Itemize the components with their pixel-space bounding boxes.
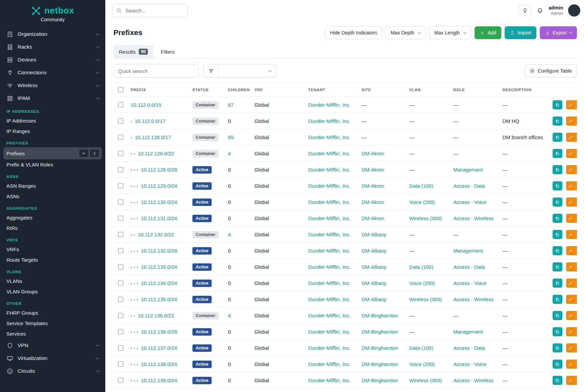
edit-dropdown-button[interactable] bbox=[576, 100, 577, 109]
edit-button[interactable] bbox=[566, 295, 576, 304]
edit-button[interactable] bbox=[566, 311, 576, 320]
edit-button[interactable] bbox=[566, 100, 576, 109]
edit-button[interactable] bbox=[566, 116, 576, 126]
sidebar-item-vlan-groups[interactable]: VLAN Groups bbox=[3, 286, 102, 297]
edit-dropdown-button[interactable] bbox=[576, 343, 577, 352]
row-checkbox[interactable] bbox=[118, 329, 123, 334]
row-checkbox[interactable] bbox=[118, 345, 123, 350]
prefix-link[interactable]: 10.112.139.0/24 bbox=[141, 377, 177, 383]
edit-button[interactable] bbox=[566, 343, 576, 352]
sidebar-item-prefix-vlan-roles[interactable]: Prefix & VLAN Roles bbox=[3, 159, 102, 170]
edit-button[interactable] bbox=[566, 360, 576, 369]
copy-button[interactable] bbox=[553, 100, 562, 109]
quick-search-input[interactable] bbox=[113, 64, 198, 78]
prefix-link[interactable]: 10.112.130.0/24 bbox=[141, 199, 177, 205]
prefix-link[interactable]: 10.112.136.0/28 bbox=[141, 329, 177, 335]
sidebar-item-vrfs[interactable]: VRFs bbox=[3, 244, 102, 255]
edit-dropdown-button[interactable] bbox=[576, 230, 577, 239]
edit-button[interactable] bbox=[566, 214, 576, 223]
row-checkbox[interactable] bbox=[118, 216, 123, 221]
row-checkbox[interactable] bbox=[118, 167, 123, 172]
prefix-link[interactable]: 10.112.0.0/17 bbox=[135, 118, 165, 124]
row-checkbox[interactable] bbox=[118, 200, 123, 205]
notifications-button[interactable] bbox=[536, 7, 543, 14]
copy-button[interactable] bbox=[553, 327, 562, 336]
sidebar-item-racks[interactable]: Racks bbox=[3, 41, 102, 53]
edit-button[interactable] bbox=[566, 133, 576, 142]
column-header-tenant[interactable]: TENANT bbox=[305, 83, 358, 97]
sidebar-item-virtualization[interactable]: Virtualization bbox=[3, 352, 102, 365]
sidebar-item-vlans[interactable]: VLANs bbox=[3, 276, 102, 286]
sidebar-add-button[interactable] bbox=[79, 150, 88, 157]
theme-toggle-button[interactable] bbox=[518, 5, 531, 16]
column-header-prefix[interactable]: PREFIX bbox=[127, 83, 189, 97]
sidebar-item-service-templates[interactable]: Service Templates bbox=[3, 318, 102, 329]
edit-button[interactable] bbox=[566, 149, 576, 158]
edit-dropdown-button[interactable] bbox=[576, 246, 577, 255]
copy-button[interactable] bbox=[553, 343, 562, 352]
saved-filter-select[interactable] bbox=[219, 64, 276, 78]
edit-dropdown-button[interactable] bbox=[576, 311, 577, 320]
edit-dropdown-button[interactable] bbox=[576, 198, 577, 207]
edit-button[interactable] bbox=[566, 230, 576, 239]
sidebar-item-aggregates[interactable]: Aggregates bbox=[3, 212, 102, 223]
edit-button[interactable] bbox=[566, 198, 576, 207]
max-depth-dropdown[interactable]: Max Depth bbox=[385, 26, 426, 39]
edit-dropdown-button[interactable] bbox=[576, 181, 577, 190]
sidebar-item-route-targets[interactable]: Route Targets bbox=[3, 255, 102, 265]
copy-button[interactable] bbox=[553, 214, 562, 223]
sidebar-item-asn-ranges[interactable]: ASN Ranges bbox=[3, 181, 102, 191]
row-checkbox[interactable] bbox=[118, 264, 123, 269]
hide-depth-indicators-button[interactable]: Hide Depth Indicators bbox=[325, 26, 382, 39]
row-checkbox[interactable] bbox=[118, 151, 123, 156]
prefix-link[interactable]: 10.112.132.0/28 bbox=[141, 248, 177, 254]
prefix-link[interactable]: 10.112.135.0/24 bbox=[141, 296, 177, 302]
sidebar-item-wireless[interactable]: Wireless bbox=[3, 79, 102, 92]
sidebar-item-ip-ranges[interactable]: IP Ranges bbox=[3, 126, 102, 136]
select-all-checkbox[interactable] bbox=[118, 87, 123, 92]
copy-button[interactable] bbox=[553, 279, 562, 288]
sidebar-item-ip-addresses[interactable]: IP Addresses bbox=[3, 115, 102, 126]
edit-dropdown-button[interactable] bbox=[576, 149, 577, 158]
copy-button[interactable] bbox=[553, 230, 562, 239]
copy-button[interactable] bbox=[553, 165, 562, 174]
row-checkbox[interactable] bbox=[118, 297, 123, 302]
tab-filters[interactable]: Filters bbox=[155, 45, 180, 58]
column-header-vlan[interactable]: VLAN bbox=[406, 83, 450, 97]
prefix-link[interactable]: 10.112.128.0/22 bbox=[138, 151, 174, 156]
prefix-link[interactable]: 10.112.129.0/24 bbox=[141, 183, 177, 189]
sidebar-item-circuits[interactable]: Circuits bbox=[3, 365, 102, 377]
edit-dropdown-button[interactable] bbox=[576, 165, 577, 174]
prefix-link[interactable]: 10.112.136.0/22 bbox=[138, 313, 174, 318]
sidebar-import-button[interactable] bbox=[90, 150, 99, 157]
column-header-role[interactable]: ROLE bbox=[450, 83, 499, 97]
prefix-link[interactable]: 10.112.137.0/24 bbox=[141, 345, 177, 351]
sidebar-item-vpn[interactable]: VPN bbox=[3, 339, 102, 352]
avatar[interactable] bbox=[568, 4, 580, 17]
copy-button[interactable] bbox=[553, 149, 562, 158]
sidebar-item-connections[interactable]: Connections bbox=[3, 66, 102, 79]
prefix-link[interactable]: 10.112.138.0/24 bbox=[141, 361, 177, 367]
copy-button[interactable] bbox=[553, 295, 562, 304]
prefix-link[interactable]: 10.112.128.0/17 bbox=[135, 134, 171, 140]
sidebar-item-services[interactable]: Services bbox=[3, 329, 102, 339]
sidebar-item-fhrp-groups[interactable]: FHRP Groups bbox=[3, 308, 102, 318]
copy-button[interactable] bbox=[553, 116, 562, 126]
column-header-site[interactable]: SITE bbox=[358, 83, 406, 97]
row-checkbox[interactable] bbox=[118, 183, 123, 188]
sidebar-item-asns[interactable]: ASNs bbox=[3, 191, 102, 202]
prefix-link[interactable]: 10.112.134.0/24 bbox=[141, 280, 177, 286]
row-checkbox[interactable] bbox=[118, 232, 123, 237]
sidebar-item-prefixes[interactable]: Prefixes bbox=[3, 147, 102, 159]
row-checkbox[interactable] bbox=[118, 135, 123, 140]
sidebar-item-ipam[interactable]: IPAM bbox=[3, 92, 102, 105]
edit-dropdown-button[interactable] bbox=[576, 133, 577, 142]
edit-dropdown-button[interactable] bbox=[576, 262, 577, 271]
configure-table-button[interactable]: Configure Table bbox=[525, 64, 577, 77]
prefix-link[interactable]: 10.112.133.0/24 bbox=[141, 264, 177, 270]
filter-button[interactable] bbox=[203, 64, 219, 78]
user-menu[interactable]: admin Admin bbox=[549, 5, 563, 16]
copy-button[interactable] bbox=[553, 198, 562, 207]
row-checkbox[interactable] bbox=[118, 102, 123, 107]
copy-button[interactable] bbox=[553, 181, 562, 190]
